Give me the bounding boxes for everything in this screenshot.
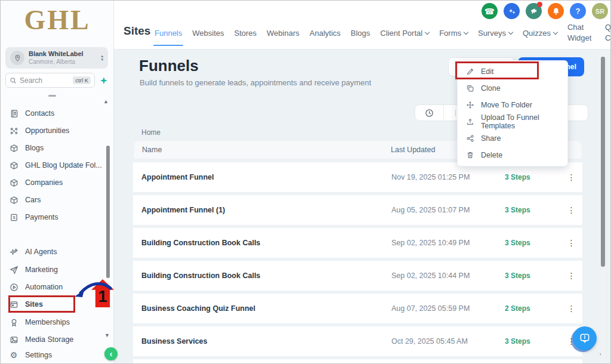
chevron-down-icon — [508, 29, 513, 34]
pencil-icon — [466, 67, 474, 76]
cube-icon — [9, 144, 18, 153]
tab-funnels[interactable]: Funnels — [155, 29, 182, 38]
funnel-steps[interactable]: 2 Steps — [505, 304, 560, 313]
sidebar-item-label: Payments — [25, 213, 58, 221]
kebab-menu-icon[interactable]: ⋮ — [560, 271, 582, 280]
funnel-steps[interactable]: 3 Steps — [505, 337, 560, 346]
funnel-steps[interactable]: 3 Steps — [505, 206, 560, 214]
tab-chat-widget[interactable]: Chat Widget — [567, 22, 595, 43]
sidebar-item-payments[interactable]: $ Payments — [9, 209, 58, 226]
sidebar-item-ghl-blog-update-folder[interactable]: GHL Blog Update Fol... — [9, 157, 102, 174]
funnel-name[interactable]: Business Services — [133, 337, 391, 346]
table-row[interactable]: Appointment Funnel Nov 19, 2025 01:25 PM… — [133, 162, 582, 192]
tab-client-portal[interactable]: Client Portal — [380, 29, 429, 38]
table-row[interactable]: Building Construction Book Calls Sep 02,… — [133, 261, 582, 291]
sidebar-item-label: Opportunities — [25, 127, 69, 135]
user-avatar[interactable]: SR — [592, 3, 608, 19]
tab-surveys[interactable]: Surveys — [478, 29, 513, 38]
search-input[interactable]: Search ctrl K — [5, 73, 95, 88]
phone-icon[interactable]: ☎ — [482, 3, 498, 19]
gear-icon: ⚙ — [9, 350, 18, 360]
ai-sparkle-button[interactable] — [97, 73, 110, 87]
funnel-name[interactable]: Business Coaching Quiz Funnel — [133, 304, 391, 313]
menu-item-clone[interactable]: Clone — [458, 80, 567, 97]
tab-blogs[interactable]: Blogs — [351, 29, 371, 38]
chat-widget-button[interactable] — [573, 326, 597, 350]
table-row[interactable]: Business Services Oct 29, 2025 05:45 AM … — [133, 326, 582, 356]
funnel-updated: Aug 07, 2025 05:59 PM — [391, 304, 505, 313]
tab-webinars[interactable]: Webinars — [267, 29, 300, 38]
tab-quizzes[interactable]: Quizzes — [523, 29, 557, 38]
ai-sparkle-icon[interactable] — [504, 3, 520, 19]
menu-item-share[interactable]: Share — [458, 130, 567, 147]
tab-qr-codes[interactable]: QR Codes — [605, 22, 611, 43]
help-icon[interactable]: ? — [570, 3, 586, 19]
menu-item-edit[interactable]: Edit — [458, 63, 567, 80]
kebab-menu-icon[interactable]: ⋮ — [560, 172, 582, 182]
funnel-name[interactable]: Appointment Funnel — [133, 173, 391, 181]
funnel-updated: Nov 19, 2025 01:25 PM — [391, 173, 505, 181]
recent-view-button[interactable] — [415, 105, 444, 121]
sidebar-item-label: Blogs — [25, 144, 44, 152]
sidebar-item-label: AI Agents — [25, 248, 57, 256]
funnel-name[interactable]: Appointment Funnel (1) — [133, 206, 391, 214]
funnel-steps[interactable]: 3 Steps — [505, 173, 560, 181]
chevron-down-icon — [464, 29, 468, 34]
sidebar-item-companies[interactable]: Companies — [9, 174, 63, 191]
main-scrollbar-thumb[interactable] — [601, 57, 605, 267]
header-icon-row: ☎ ? SR — [482, 3, 608, 19]
kebab-menu-icon[interactable]: ⋮ — [560, 304, 582, 313]
menu-item-move-to-folder[interactable]: Move To Folder — [458, 97, 567, 113]
sidebar-item-label: Companies — [25, 178, 63, 187]
annotation-box-sites — [8, 295, 75, 313]
sidebar-collapse-button[interactable]: ‹ — [104, 347, 118, 360]
funnel-steps[interactable]: 3 Steps — [505, 272, 560, 280]
sidebar-item-settings[interactable]: ⚙ Settings — [9, 347, 52, 363]
table-row-partial — [133, 359, 582, 364]
chevron-down-icon — [425, 29, 430, 34]
opportunities-icon — [9, 127, 18, 135]
tab-forms[interactable]: Forms — [439, 29, 468, 38]
sidebar-item-opportunities[interactable]: Opportunities — [9, 122, 69, 139]
sidebar-scroll-up-icon[interactable]: ▲ — [103, 98, 109, 104]
kebab-menu-icon[interactable]: ⋮ — [560, 238, 582, 248]
announcements-icon[interactable] — [526, 3, 542, 19]
tab-websites[interactable]: Websites — [192, 29, 224, 38]
table-row[interactable]: Building Construction Book Calls Sep 02,… — [133, 228, 582, 258]
sidebar-item-automation[interactable]: Automation — [9, 279, 63, 295]
send-icon — [9, 266, 18, 274]
sidebar-item-cars[interactable]: Cars — [9, 192, 41, 208]
account-switcher[interactable]: Blank WhiteLabel Canmore, Alberta ▴▾ — [5, 47, 108, 69]
chevron-down-icon — [553, 29, 558, 34]
table-row[interactable]: Business Coaching Quiz Funnel Aug 07, 20… — [133, 294, 582, 323]
sidebar-item-contacts[interactable]: Contacts — [9, 105, 54, 122]
kebab-menu-icon[interactable]: ⋮ — [560, 205, 582, 215]
main-content: Funnels Build funnels to generate leads,… — [114, 50, 611, 364]
sidebar-item-blogs[interactable]: Blogs — [9, 140, 44, 156]
main-scrollbar-track[interactable] — [601, 53, 605, 364]
column-header-name[interactable]: Name — [134, 146, 391, 154]
tab-analytics[interactable]: Analytics — [310, 29, 341, 38]
funnel-updated: Sep 02, 2025 10:49 PM — [391, 239, 505, 247]
chevron-updown-icon: ▴▾ — [101, 54, 103, 61]
sidebar-item-memberships[interactable]: Memberships — [9, 314, 70, 331]
menu-item-delete[interactable]: Delete — [458, 147, 567, 164]
funnel-name[interactable]: Building Construction Book Calls — [133, 272, 391, 280]
sidebar-item-label: Memberships — [25, 318, 70, 326]
cube-icon — [9, 178, 18, 187]
sidebar-scrollbar[interactable] — [106, 146, 110, 278]
tab-stores[interactable]: Stores — [234, 29, 257, 38]
funnel-name[interactable]: Building Construction Book Calls — [133, 239, 391, 247]
table-row[interactable]: Appointment Funnel (1) Aug 05, 2025 01:0… — [133, 195, 582, 225]
funnel-steps[interactable]: 3 Steps — [505, 239, 560, 247]
breadcrumb[interactable]: Home — [141, 128, 161, 137]
sidebar-scroll-down-icon[interactable]: ▼ — [104, 332, 110, 338]
sidebar-item-media-storage[interactable]: Media Storage — [9, 331, 73, 348]
sidebar-item-ai-agents[interactable]: AI Agents — [9, 243, 57, 260]
bell-icon[interactable] — [548, 3, 564, 19]
sidebar-item-label: Marketing — [25, 266, 58, 274]
nav-section-title: Sites — [124, 24, 150, 38]
menu-item-upload-to-funnel-templates[interactable]: Upload To Funnel Templates — [458, 113, 567, 130]
clone-icon — [466, 84, 474, 92]
sidebar-item-marketing[interactable]: Marketing — [9, 261, 58, 278]
